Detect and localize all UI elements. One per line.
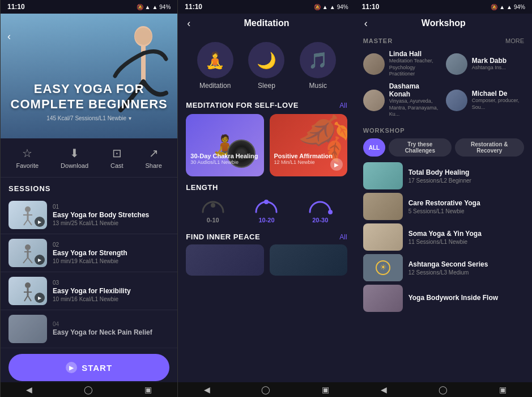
back-button-3[interactable]: ‹ [364,18,368,29]
wifi-icon-3: ▲ [507,4,512,10]
nav-home-1[interactable]: ◯ [84,385,93,394]
chevron-down-icon: ▾ [129,115,131,121]
session-item[interactable]: 04 Easy Yoga for Neck Pain Relief [1,310,177,348]
session-name-2: Easy Yoga for Strength [53,249,169,257]
session-item[interactable]: ▶ 03 Easy Yoga for Flexibility 10 min/16… [1,272,177,310]
nav-back-2[interactable]: ◀ [204,385,210,394]
nav-back-3[interactable]: ◀ [381,385,387,394]
svg-line-12 [28,257,32,263]
peace-cards [178,244,355,276]
instructor-michael[interactable]: Michael De Composer, producer, Sou... [446,82,524,118]
length-title: LENGTH [186,183,347,192]
workshop-care-restorative[interactable]: Care Restorative Yoga 5 Sessions/L1 Newb… [363,193,524,220]
soma-name: Soma Yoga & Yin Yoga [408,230,524,238]
battery-2: 94% [337,4,348,10]
signal-icon: ▲ [145,4,151,10]
self-love-all[interactable]: All [339,102,347,109]
length-0-10[interactable]: 0-10 [201,197,225,223]
master-label: MASTER [363,37,393,44]
status-bar-1: 11:10 🔕 ▲ ▲ 94% [1,0,177,14]
start-button[interactable]: ▶ START [8,354,169,381]
dashama-info: Dashama Konah Vinyasa, Ayurveda, Mantra,… [389,82,441,118]
category-sleep[interactable]: 🌙 Sleep [248,42,284,90]
workshop-header: ‹ Workshop [355,14,532,33]
meditation-title: Meditation [244,18,289,28]
instructor-mark[interactable]: Mark Dabb Ashtanga Ins... [446,50,524,78]
play-icon-2: ▶ [35,255,45,265]
workshop-ashtanga[interactable]: ☀ Ashtanga Second Series 12 Sessions/L3 … [363,254,524,281]
filter-restoration[interactable]: Restoration & Recovery [455,138,524,157]
meditation-cat-label: Meditation [199,82,231,90]
workshop-soma-yoga[interactable]: Soma Yoga & Yin Yoga 11 Sessions/L1 Newb… [363,223,524,251]
nav-recent-1[interactable]: ▣ [144,385,152,394]
total-body-info: Total Body Healing 17 Sessions/L2 Beginn… [408,168,524,184]
workshop-total-body[interactable]: Total Body Healing 17 Sessions/L2 Beginn… [363,162,524,189]
instructor-linda[interactable]: Linda Hall Meditation Teacher, Psycholog… [363,50,441,78]
dial-0-10 [201,197,225,214]
session-name-4: Easy Yoga for Neck Pain Relief [53,328,169,336]
find-peace-all[interactable]: All [339,233,347,241]
length-10-20[interactable]: 10-20 [254,197,279,223]
back-button-2[interactable]: ‹ [187,18,190,29]
session-meta-1: 13 min/25 Kcal/L1 Newbie [53,220,169,226]
action-bar: ☆ Favorite ⬇ Download ⊡ Cast ↗ Share [1,138,177,178]
svg-point-3 [25,206,31,212]
svg-point-19 [264,200,269,204]
session-num-3: 03 [53,280,169,286]
self-love-section-header: MEDITATION FOR SELF-LOVE All [178,94,355,114]
time-1: 11:10 [7,3,25,11]
peace-card-1[interactable] [186,244,263,276]
session-item[interactable]: ▶ 01 Easy Yoga for Body Stretches 13 min… [1,196,177,234]
filter-challenges[interactable]: Try these Challenges [389,138,451,157]
meditation-header: ‹ Meditation [178,14,355,33]
svg-line-17 [28,295,31,301]
affirmation-card[interactable]: 🍂 ▶ Positive Affirmation 12 Min/L1 Newbi… [270,114,347,176]
nav-home-3[interactable]: ◯ [439,385,448,394]
find-peace-header: FIND INNER PEACE All [178,228,355,244]
dashama-name: Dashama Konah [389,82,441,98]
affirmation-card-info: Positive Affirmation 12 Min/L1 Newbie [274,153,333,165]
instructor-dashama[interactable]: Dashama Konah Vinyasa, Ayurveda, Mantra,… [363,82,441,118]
category-music[interactable]: 🎵 Music [300,42,336,90]
filter-all[interactable]: ALL [363,138,385,157]
share-action[interactable]: ↗ Share [145,146,161,169]
svg-line-7 [28,219,32,225]
master-more[interactable]: MORE [505,37,524,44]
hero-section: ‹ EASY YOGA FOR COMPLETE BEGINNERS 145 K… [1,14,177,138]
nav-back-1[interactable]: ◀ [26,385,32,394]
length-20-30[interactable]: 20-30 [308,197,333,223]
back-button-1[interactable]: ‹ [7,31,11,43]
nav-recent-3[interactable]: ▣ [499,385,507,394]
chakra-card[interactable]: 🧘 30-Day Chakra Healing 30 Audios/L1 New… [186,114,263,176]
time-3: 11:10 [362,3,380,11]
nav-home-2[interactable]: ◯ [261,385,270,394]
care-name: Care Restorative Yoga [408,199,524,207]
yoga-subtitle: 145 Kcal/7 Sessions/L1 Newbie ▾ [1,115,177,121]
download-action[interactable]: ⬇ Download [61,146,88,169]
category-meditation[interactable]: 🧘 Meditation [197,42,233,90]
favorite-icon: ☆ [22,146,32,160]
play-icon-1: ▶ [35,217,45,227]
session-thumb-4 [8,315,47,343]
workshop-filters: ALL Try these Challenges Restoration & R… [363,138,524,157]
svg-line-16 [24,295,28,301]
hero-text: EASY YOGA FOR COMPLETE BEGINNERS 145 Kca… [1,82,177,121]
michael-info: Michael De Composer, producer, Sou... [472,90,524,111]
play-icon-3: ▶ [35,293,45,303]
avatar-mark [446,53,467,75]
cast-label: Cast [110,162,124,169]
linda-desc: Meditation Teacher, Psychology Practitio… [389,58,441,78]
favorite-action[interactable]: ☆ Favorite [16,146,39,169]
nav-recent-2[interactable]: ▣ [322,385,329,394]
session-item[interactable]: ▶ 02 Easy Yoga for Strength 10 min/19 Kc… [1,234,177,272]
mark-info: Mark Dabb Ashtanga Ins... [472,57,507,71]
music-cat-label: Music [309,82,327,90]
session-info-2: 02 Easy Yoga for Strength 10 min/19 Kcal… [53,242,169,264]
sleep-circle: 🌙 [248,42,284,78]
care-info: Care Restorative Yoga 5 Sessions/L1 Newb… [408,199,524,214]
favorite-label: Favorite [16,162,39,169]
peace-card-2[interactable] [270,244,347,276]
workshop-bodywork[interactable]: Yoga Bodywork Inside Flow [363,285,524,312]
status-icons-2: 🔕 ▲ ▲ 94% [314,4,348,10]
cast-action[interactable]: ⊡ Cast [110,146,124,169]
